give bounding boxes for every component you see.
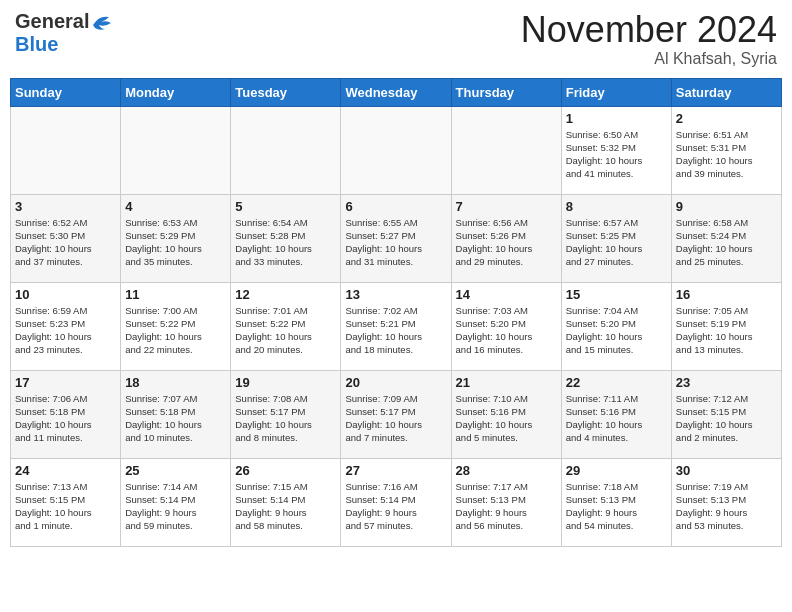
calendar-cell: 30Sunrise: 7:19 AM Sunset: 5:13 PM Dayli… bbox=[671, 458, 781, 546]
calendar-cell: 4Sunrise: 6:53 AM Sunset: 5:29 PM Daylig… bbox=[121, 194, 231, 282]
day-info: Sunrise: 6:57 AM Sunset: 5:25 PM Dayligh… bbox=[566, 216, 667, 269]
calendar-cell: 29Sunrise: 7:18 AM Sunset: 5:13 PM Dayli… bbox=[561, 458, 671, 546]
weekday-header-tuesday: Tuesday bbox=[231, 78, 341, 106]
day-number: 28 bbox=[456, 463, 557, 478]
week-row-3: 10Sunrise: 6:59 AM Sunset: 5:23 PM Dayli… bbox=[11, 282, 782, 370]
calendar-cell: 6Sunrise: 6:55 AM Sunset: 5:27 PM Daylig… bbox=[341, 194, 451, 282]
day-info: Sunrise: 6:53 AM Sunset: 5:29 PM Dayligh… bbox=[125, 216, 226, 269]
day-number: 4 bbox=[125, 199, 226, 214]
location-text: Al Khafsah, Syria bbox=[521, 50, 777, 68]
day-info: Sunrise: 7:05 AM Sunset: 5:19 PM Dayligh… bbox=[676, 304, 777, 357]
calendar-cell: 21Sunrise: 7:10 AM Sunset: 5:16 PM Dayli… bbox=[451, 370, 561, 458]
day-info: Sunrise: 6:56 AM Sunset: 5:26 PM Dayligh… bbox=[456, 216, 557, 269]
calendar-cell: 14Sunrise: 7:03 AM Sunset: 5:20 PM Dayli… bbox=[451, 282, 561, 370]
weekday-header-monday: Monday bbox=[121, 78, 231, 106]
logo-bird-icon bbox=[91, 13, 113, 31]
calendar-cell: 24Sunrise: 7:13 AM Sunset: 5:15 PM Dayli… bbox=[11, 458, 121, 546]
calendar-cell: 17Sunrise: 7:06 AM Sunset: 5:18 PM Dayli… bbox=[11, 370, 121, 458]
day-info: Sunrise: 7:15 AM Sunset: 5:14 PM Dayligh… bbox=[235, 480, 336, 533]
day-info: Sunrise: 7:08 AM Sunset: 5:17 PM Dayligh… bbox=[235, 392, 336, 445]
day-number: 1 bbox=[566, 111, 667, 126]
weekday-header-saturday: Saturday bbox=[671, 78, 781, 106]
day-number: 7 bbox=[456, 199, 557, 214]
day-info: Sunrise: 6:54 AM Sunset: 5:28 PM Dayligh… bbox=[235, 216, 336, 269]
day-info: Sunrise: 6:55 AM Sunset: 5:27 PM Dayligh… bbox=[345, 216, 446, 269]
calendar-cell: 7Sunrise: 6:56 AM Sunset: 5:26 PM Daylig… bbox=[451, 194, 561, 282]
day-number: 27 bbox=[345, 463, 446, 478]
day-info: Sunrise: 7:09 AM Sunset: 5:17 PM Dayligh… bbox=[345, 392, 446, 445]
calendar-cell: 23Sunrise: 7:12 AM Sunset: 5:15 PM Dayli… bbox=[671, 370, 781, 458]
calendar-cell: 28Sunrise: 7:17 AM Sunset: 5:13 PM Dayli… bbox=[451, 458, 561, 546]
logo: General Blue bbox=[15, 10, 113, 56]
calendar-cell: 27Sunrise: 7:16 AM Sunset: 5:14 PM Dayli… bbox=[341, 458, 451, 546]
day-info: Sunrise: 6:59 AM Sunset: 5:23 PM Dayligh… bbox=[15, 304, 116, 357]
logo-general-text: General bbox=[15, 10, 89, 33]
day-number: 29 bbox=[566, 463, 667, 478]
calendar-cell: 10Sunrise: 6:59 AM Sunset: 5:23 PM Dayli… bbox=[11, 282, 121, 370]
day-number: 30 bbox=[676, 463, 777, 478]
page-header: General Blue November 2024 Al Khafsah, S… bbox=[10, 10, 782, 68]
day-info: Sunrise: 7:06 AM Sunset: 5:18 PM Dayligh… bbox=[15, 392, 116, 445]
calendar-cell: 19Sunrise: 7:08 AM Sunset: 5:17 PM Dayli… bbox=[231, 370, 341, 458]
calendar-cell: 25Sunrise: 7:14 AM Sunset: 5:14 PM Dayli… bbox=[121, 458, 231, 546]
day-number: 12 bbox=[235, 287, 336, 302]
week-row-4: 17Sunrise: 7:06 AM Sunset: 5:18 PM Dayli… bbox=[11, 370, 782, 458]
day-number: 14 bbox=[456, 287, 557, 302]
weekday-header-friday: Friday bbox=[561, 78, 671, 106]
calendar-table: SundayMondayTuesdayWednesdayThursdayFrid… bbox=[10, 78, 782, 547]
calendar-cell: 3Sunrise: 6:52 AM Sunset: 5:30 PM Daylig… bbox=[11, 194, 121, 282]
day-info: Sunrise: 7:10 AM Sunset: 5:16 PM Dayligh… bbox=[456, 392, 557, 445]
calendar-cell: 22Sunrise: 7:11 AM Sunset: 5:16 PM Dayli… bbox=[561, 370, 671, 458]
day-number: 10 bbox=[15, 287, 116, 302]
calendar-cell bbox=[121, 106, 231, 194]
calendar-cell: 8Sunrise: 6:57 AM Sunset: 5:25 PM Daylig… bbox=[561, 194, 671, 282]
day-number: 24 bbox=[15, 463, 116, 478]
day-info: Sunrise: 6:51 AM Sunset: 5:31 PM Dayligh… bbox=[676, 128, 777, 181]
day-info: Sunrise: 7:12 AM Sunset: 5:15 PM Dayligh… bbox=[676, 392, 777, 445]
day-number: 17 bbox=[15, 375, 116, 390]
day-number: 18 bbox=[125, 375, 226, 390]
weekday-header-thursday: Thursday bbox=[451, 78, 561, 106]
day-info: Sunrise: 7:02 AM Sunset: 5:21 PM Dayligh… bbox=[345, 304, 446, 357]
calendar-cell: 5Sunrise: 6:54 AM Sunset: 5:28 PM Daylig… bbox=[231, 194, 341, 282]
day-number: 2 bbox=[676, 111, 777, 126]
calendar-cell: 13Sunrise: 7:02 AM Sunset: 5:21 PM Dayli… bbox=[341, 282, 451, 370]
calendar-cell: 9Sunrise: 6:58 AM Sunset: 5:24 PM Daylig… bbox=[671, 194, 781, 282]
day-info: Sunrise: 7:11 AM Sunset: 5:16 PM Dayligh… bbox=[566, 392, 667, 445]
calendar-cell: 16Sunrise: 7:05 AM Sunset: 5:19 PM Dayli… bbox=[671, 282, 781, 370]
day-info: Sunrise: 7:07 AM Sunset: 5:18 PM Dayligh… bbox=[125, 392, 226, 445]
day-number: 6 bbox=[345, 199, 446, 214]
day-number: 19 bbox=[235, 375, 336, 390]
day-number: 8 bbox=[566, 199, 667, 214]
calendar-cell: 2Sunrise: 6:51 AM Sunset: 5:31 PM Daylig… bbox=[671, 106, 781, 194]
day-number: 15 bbox=[566, 287, 667, 302]
month-title: November 2024 bbox=[521, 10, 777, 50]
calendar-cell bbox=[341, 106, 451, 194]
day-info: Sunrise: 7:14 AM Sunset: 5:14 PM Dayligh… bbox=[125, 480, 226, 533]
calendar-cell bbox=[451, 106, 561, 194]
calendar-cell: 15Sunrise: 7:04 AM Sunset: 5:20 PM Dayli… bbox=[561, 282, 671, 370]
weekday-header-sunday: Sunday bbox=[11, 78, 121, 106]
title-block: November 2024 Al Khafsah, Syria bbox=[521, 10, 777, 68]
calendar-cell: 12Sunrise: 7:01 AM Sunset: 5:22 PM Dayli… bbox=[231, 282, 341, 370]
day-number: 3 bbox=[15, 199, 116, 214]
day-number: 25 bbox=[125, 463, 226, 478]
day-number: 11 bbox=[125, 287, 226, 302]
day-number: 26 bbox=[235, 463, 336, 478]
day-number: 20 bbox=[345, 375, 446, 390]
day-info: Sunrise: 7:17 AM Sunset: 5:13 PM Dayligh… bbox=[456, 480, 557, 533]
day-number: 22 bbox=[566, 375, 667, 390]
day-info: Sunrise: 7:00 AM Sunset: 5:22 PM Dayligh… bbox=[125, 304, 226, 357]
day-info: Sunrise: 7:03 AM Sunset: 5:20 PM Dayligh… bbox=[456, 304, 557, 357]
day-number: 9 bbox=[676, 199, 777, 214]
day-info: Sunrise: 7:04 AM Sunset: 5:20 PM Dayligh… bbox=[566, 304, 667, 357]
day-number: 13 bbox=[345, 287, 446, 302]
day-info: Sunrise: 7:16 AM Sunset: 5:14 PM Dayligh… bbox=[345, 480, 446, 533]
week-row-1: 1Sunrise: 6:50 AM Sunset: 5:32 PM Daylig… bbox=[11, 106, 782, 194]
calendar-cell: 1Sunrise: 6:50 AM Sunset: 5:32 PM Daylig… bbox=[561, 106, 671, 194]
week-row-2: 3Sunrise: 6:52 AM Sunset: 5:30 PM Daylig… bbox=[11, 194, 782, 282]
day-info: Sunrise: 7:01 AM Sunset: 5:22 PM Dayligh… bbox=[235, 304, 336, 357]
weekday-header-wednesday: Wednesday bbox=[341, 78, 451, 106]
day-number: 23 bbox=[676, 375, 777, 390]
day-info: Sunrise: 6:52 AM Sunset: 5:30 PM Dayligh… bbox=[15, 216, 116, 269]
